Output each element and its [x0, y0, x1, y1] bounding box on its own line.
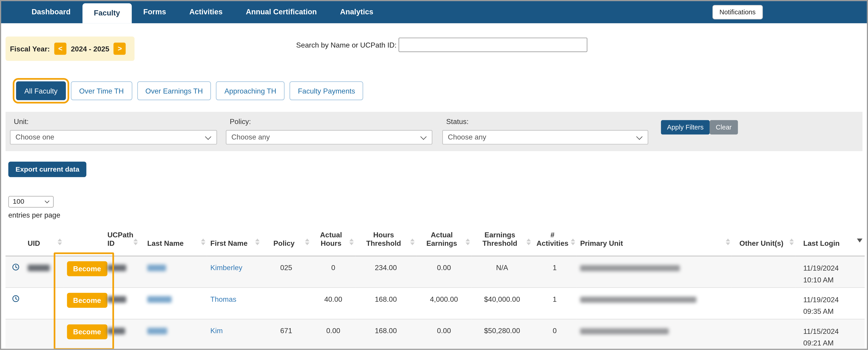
earnings-threshold-cell: N/A	[471, 256, 532, 287]
history-clock-icon[interactable]	[12, 295, 20, 302]
nav-item-forms[interactable]: Forms	[131, 1, 178, 23]
chevron-down-icon	[420, 134, 427, 140]
uid-redacted	[28, 265, 50, 271]
tab-approaching-th[interactable]: Approaching TH	[216, 82, 285, 100]
earnings-threshold-cell: $50,280.00	[471, 319, 532, 350]
nav-item-faculty[interactable]: Faculty	[82, 3, 131, 24]
nav-item-activities[interactable]: Activities	[178, 1, 234, 23]
unit-filter-label: Unit:	[14, 118, 29, 126]
hours-threshold-cell: 234.00	[355, 256, 416, 287]
first-name-link[interactable]: Thomas	[210, 295, 236, 303]
chevron-down-icon	[44, 199, 50, 203]
header-primary-unit[interactable]: Primary Unit	[577, 223, 732, 256]
unit-select-value: Choose one	[16, 133, 54, 141]
nav-item-analytics[interactable]: Analytics	[329, 1, 385, 23]
policy-cell	[261, 287, 311, 319]
header-ucpath-id[interactable]: UCPath ID	[104, 223, 140, 256]
tab-all-faculty[interactable]: All Faculty	[16, 82, 66, 100]
first-name-link[interactable]: Kimberley	[210, 263, 242, 272]
table-header-row: UID UCPath ID Last Name First Name Polic…	[5, 223, 865, 256]
status-select[interactable]: Choose any	[442, 130, 648, 145]
fiscal-year-value: 2024 - 2025	[71, 44, 109, 53]
last-name-redacted[interactable]	[147, 296, 172, 303]
actual-earnings-cell: 0.00	[416, 319, 471, 350]
header-activities[interactable]: # Activities	[532, 223, 577, 256]
header-actual-earnings-label: Actual Earnings	[426, 230, 457, 247]
app-frame: Dashboard Faculty Forms Activities Annua…	[0, 0, 868, 350]
header-other-units[interactable]: Other Unit(s)	[732, 223, 796, 256]
tab-over-earnings-th[interactable]: Over Earnings TH	[137, 82, 211, 100]
sort-carets-icon	[349, 238, 354, 245]
policy-select-value: Choose any	[231, 133, 270, 141]
header-become	[64, 223, 104, 256]
fiscal-year-bar: Fiscal Year: < 2024 - 2025 >	[5, 37, 135, 61]
activities-cell: 0	[532, 319, 577, 350]
ucpath-id-redacted	[107, 296, 126, 303]
other-units-cell	[732, 287, 796, 319]
history-clock-icon[interactable]	[12, 263, 20, 271]
sort-carets-icon	[466, 238, 470, 245]
sort-carets-icon	[255, 238, 259, 245]
header-last-login[interactable]: Last Login	[796, 223, 865, 256]
faculty-filter-tabs: All Faculty Over Time TH Over Earnings T…	[16, 82, 867, 100]
last-name-redacted[interactable]	[147, 265, 166, 271]
apply-filters-button[interactable]: Apply Filters	[661, 120, 710, 134]
header-band: Fiscal Year: < 2024 - 2025 > Search by N…	[1, 23, 867, 68]
become-button[interactable]: Become	[67, 324, 107, 339]
header-earnings-threshold-label: Earnings Threshold	[483, 230, 517, 247]
earnings-threshold-cell: $40,000.00	[471, 287, 532, 319]
activities-cell: 1	[532, 256, 577, 287]
header-actual-hours[interactable]: Actual Hours	[311, 223, 355, 256]
ucpath-id-redacted	[107, 265, 126, 271]
top-nav: Dashboard Faculty Forms Activities Annua…	[1, 1, 867, 23]
header-uid[interactable]: UID	[24, 223, 64, 256]
nav-item-dashboard[interactable]: Dashboard	[20, 1, 82, 23]
header-actual-earnings[interactable]: Actual Earnings	[416, 223, 471, 256]
sort-carets-icon	[201, 238, 205, 245]
tab-faculty-payments[interactable]: Faculty Payments	[290, 82, 364, 100]
filter-panel: Unit: Choose one Policy: Choose any Stat…	[5, 112, 862, 151]
header-last-name[interactable]: Last Name	[140, 223, 207, 256]
fiscal-year-label: Fiscal Year:	[10, 44, 50, 53]
search-group: Search by Name or UCPath ID:	[296, 37, 587, 52]
page-size-select[interactable]: 100	[8, 196, 54, 208]
header-actual-hours-label: Actual Hours	[320, 230, 342, 247]
first-name-link[interactable]: Kim	[210, 326, 223, 335]
sort-desc-icon	[857, 238, 862, 242]
hours-threshold-cell: 168.00	[355, 287, 416, 319]
last-login-cell: 11/15/202409:21 AM	[796, 319, 865, 350]
faculty-table: UID UCPath ID Last Name First Name Polic…	[5, 223, 865, 350]
header-policy[interactable]: Policy	[261, 223, 311, 256]
header-other-units-label: Other Unit(s)	[739, 239, 783, 247]
become-button[interactable]: Become	[67, 261, 107, 276]
table-row: Become Kimberley 025 0 234.00 0.00 N/A 1…	[5, 256, 865, 287]
other-units-cell	[732, 319, 796, 350]
header-earnings-threshold[interactable]: Earnings Threshold	[471, 223, 532, 256]
header-history	[5, 223, 24, 256]
policy-select[interactable]: Choose any	[226, 130, 432, 145]
header-uid-label: UID	[28, 239, 40, 247]
clear-filters-button[interactable]: Clear	[710, 120, 738, 134]
header-first-name[interactable]: First Name	[207, 223, 261, 256]
search-input[interactable]	[399, 37, 587, 52]
tab-over-time-th[interactable]: Over Time TH	[71, 82, 132, 100]
unit-select[interactable]: Choose one	[10, 130, 217, 145]
export-current-data-button[interactable]: Export current data	[8, 162, 87, 177]
header-hours-threshold-label: Hours Threshold	[366, 230, 401, 247]
sort-carets-icon	[789, 238, 794, 245]
entries-per-page-label: entries per page	[8, 211, 867, 220]
status-select-value: Choose any	[448, 133, 486, 141]
header-activities-label: # Activities	[536, 230, 568, 247]
actual-hours-cell: 0	[311, 256, 355, 287]
chevron-down-icon	[636, 134, 643, 140]
nav-item-annual-certification[interactable]: Annual Certification	[234, 1, 329, 23]
actual-earnings-cell: 0.00	[416, 256, 471, 287]
become-button[interactable]: Become	[67, 293, 107, 308]
notifications-button[interactable]: Notifications	[712, 5, 763, 19]
last-name-redacted[interactable]	[147, 328, 167, 334]
fiscal-year-next-button[interactable]: >	[114, 42, 126, 55]
last-login-cell: 11/19/202410:10 AM	[796, 256, 865, 287]
header-last-name-label: Last Name	[147, 239, 184, 247]
fiscal-year-prev-button[interactable]: <	[54, 42, 66, 55]
header-hours-threshold[interactable]: Hours Threshold	[355, 223, 416, 256]
